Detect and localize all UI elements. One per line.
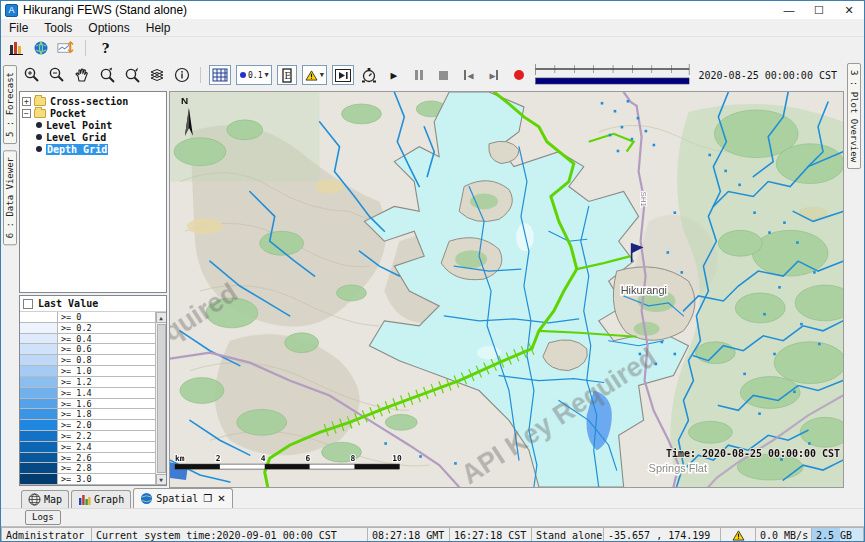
legend-row[interactable]: >= 2.6 — [20, 453, 155, 464]
legend-row[interactable]: >= 1.2 — [20, 377, 155, 388]
legend-row[interactable]: >= 3.0 — [20, 474, 155, 485]
legend-row[interactable]: >= 0.6 — [20, 344, 155, 355]
pan-hand-icon[interactable] — [72, 64, 92, 86]
layers-icon[interactable] — [147, 64, 167, 86]
tree-label-selected: Depth Grid — [46, 144, 108, 155]
exit-levels-icon[interactable]: E — [277, 65, 297, 85]
tab-graph[interactable]: Graph — [71, 490, 131, 508]
map-time-label: Time: 2020-08-25 00:00:00 CST — [666, 448, 840, 459]
tab-close-icon[interactable]: ✕ — [217, 493, 225, 504]
legend-swatch — [20, 431, 58, 441]
time-slider[interactable] — [534, 62, 691, 88]
legend-swatch — [20, 409, 58, 419]
stop-button[interactable] — [434, 64, 454, 86]
animation-panel-icon[interactable] — [332, 65, 354, 85]
legend-row[interactable]: >= 2.4 — [20, 442, 155, 453]
legend-row[interactable]: >= 1.8 — [20, 409, 155, 420]
menu-file[interactable]: File — [1, 21, 36, 35]
menu-help[interactable]: Help — [138, 21, 179, 35]
svg-text:4: 4 — [261, 454, 266, 463]
town-label: Hikurangi — [621, 284, 667, 296]
legend-label: >= 2.8 — [58, 463, 155, 473]
maximize-button[interactable]: ☐ — [804, 1, 834, 19]
tab-spatial-label: Spatial — [156, 493, 198, 504]
legend-row[interactable]: >= 1.0 — [20, 366, 155, 377]
scroll-down-icon[interactable]: ▼ — [156, 474, 167, 485]
legend-label: >= 2.0 — [58, 420, 155, 430]
tree-node-depth-grid[interactable]: Depth Grid — [22, 143, 164, 155]
tab-map[interactable]: Map — [21, 490, 69, 508]
logs-button[interactable]: Logs — [25, 510, 61, 525]
legend-row[interactable]: >= 0.4 — [20, 334, 155, 345]
map-canvas[interactable]: Hikurangi Springs Flat SH1 API Key Requi… — [170, 92, 843, 487]
tree-node-pocket[interactable]: − Pocket — [22, 107, 164, 119]
scrollbar-thumb[interactable] — [157, 324, 166, 473]
tab-maximize-icon[interactable]: ❐ — [203, 493, 212, 504]
zoom-previous-icon[interactable] — [97, 64, 117, 86]
zoom-next-icon[interactable] — [122, 64, 142, 86]
map-globe-icon[interactable] — [32, 40, 49, 57]
svg-text:km: km — [175, 454, 185, 463]
tree-node-cross-section[interactable]: + Cross-section — [22, 95, 164, 107]
place-label: Springs Flat — [649, 462, 707, 474]
app-window: A Hikurangi FEWS (Stand alone) — ☐ ✕ Fil… — [0, 0, 865, 542]
toolbar-separator — [200, 67, 201, 83]
collapse-icon[interactable]: − — [22, 109, 31, 118]
pause-button[interactable] — [409, 64, 429, 86]
current-timestep: 2020-08-25 00:00:00 CST — [696, 70, 840, 81]
legend-row[interactable]: >= 0.2 — [20, 323, 155, 334]
scroll-up-icon[interactable]: ▲ — [156, 312, 167, 323]
window-title: Hikurangi FEWS (Stand alone) — [23, 3, 187, 17]
folder-icon — [34, 109, 46, 118]
status-memory[interactable]: 2.5 GB — [812, 527, 864, 542]
thresholds-warning-dropdown[interactable]: ▼ — [302, 65, 327, 85]
record-button[interactable] — [509, 64, 529, 86]
expand-icon[interactable]: + — [22, 97, 31, 106]
menu-options[interactable]: Options — [80, 21, 137, 35]
legend-row[interactable]: >= 1.6 — [20, 399, 155, 410]
tab-data-viewer[interactable]: 6 : Data Viewer — [3, 150, 17, 245]
legend-row[interactable]: >= 0.8 — [20, 355, 155, 366]
filter-tree: + Cross-section − Pocket Level Point — [19, 91, 167, 293]
grid-display-icon[interactable] — [209, 65, 231, 85]
info-icon[interactable] — [172, 64, 192, 86]
zoom-out-icon[interactable] — [47, 64, 67, 86]
warning-icon — [732, 530, 745, 541]
legend-scrollbar[interactable]: ▲ ▼ — [155, 312, 166, 485]
last-value-checkbox[interactable] — [23, 299, 33, 309]
zoom-in-icon[interactable] — [22, 64, 42, 86]
minimize-button[interactable]: — — [774, 1, 804, 19]
legend-row[interactable]: >= 2.0 — [20, 420, 155, 431]
tab-plot-overview[interactable]: 3 : Plot Overview — [847, 63, 861, 169]
legend-row[interactable]: >= 0 — [20, 312, 155, 323]
longitudinal-profile-icon[interactable] — [57, 40, 74, 57]
play-button[interactable]: ▶ — [384, 64, 404, 86]
database-display-icon[interactable] — [7, 40, 24, 57]
legend-row[interactable]: >= 2.8 — [20, 463, 155, 474]
legend-label: >= 0.2 — [58, 323, 155, 333]
title-bar: A Hikurangi FEWS (Stand alone) — ☐ ✕ — [1, 1, 864, 19]
spatial-map[interactable]: Hikurangi Springs Flat SH1 API Key Requi… — [169, 91, 844, 488]
status-gmt-time: 08:27:18 GMT — [368, 527, 450, 542]
blue-globe-icon — [140, 492, 153, 505]
contour-threshold-dropdown[interactable]: 0.1 ▼ — [236, 65, 272, 85]
legend-row[interactable]: >= 1.4 — [20, 388, 155, 399]
legend-row[interactable]: >= 2.2 — [20, 431, 155, 442]
tab-forecast[interactable]: 5 : Forecast — [3, 65, 17, 144]
close-button[interactable]: ✕ — [834, 1, 864, 19]
menu-tools[interactable]: Tools — [36, 21, 80, 35]
step-forward-button[interactable]: ▶ — [484, 64, 504, 86]
tree-node-level-point[interactable]: Level Point — [22, 119, 164, 131]
bar-chart-icon — [78, 493, 91, 506]
tab-spatial[interactable]: Spatial ❐ ✕ — [133, 488, 233, 508]
legend-swatch — [20, 474, 58, 484]
step-back-button[interactable]: ◀ — [459, 64, 479, 86]
timer-settings-icon[interactable] — [359, 64, 379, 86]
tree-node-level-grid[interactable]: Level Grid — [22, 131, 164, 143]
svg-text:E: E — [284, 71, 291, 81]
legend-swatch — [20, 312, 58, 322]
status-warning[interactable] — [721, 527, 756, 542]
help-button[interactable]: ? — [97, 40, 114, 57]
tab-graph-label: Graph — [94, 494, 124, 505]
svg-text:8: 8 — [350, 454, 355, 463]
